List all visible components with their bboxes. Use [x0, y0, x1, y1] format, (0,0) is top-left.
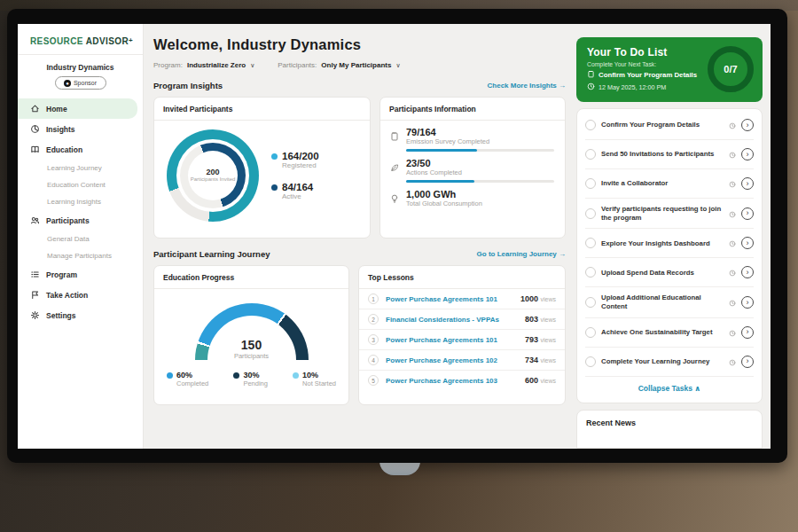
lesson-row: 3 Power Purchase Agreements 101 793 view…: [359, 330, 565, 350]
gauge-center: 150 Participants: [195, 338, 309, 360]
section-title: Program Insights: [153, 81, 223, 90]
todo-checkbox[interactable]: [585, 208, 596, 219]
todo-panel: Your To Do List Complete Your Next Task:…: [576, 24, 771, 449]
lesson-rank: 1: [368, 293, 379, 304]
todo-item-label: Invite a Collaborator: [601, 179, 724, 188]
sidebar-item-education[interactable]: Education: [18, 139, 143, 160]
task-icon: [587, 70, 595, 80]
todo-next-task: Confirm Your Program Details: [587, 70, 697, 80]
todo-open-button[interactable]: ›: [741, 326, 754, 339]
todo-open-button[interactable]: ›: [741, 266, 754, 278]
todo-checkbox[interactable]: [585, 356, 596, 367]
sidebar-item-education-content[interactable]: Education Content: [18, 176, 143, 193]
lesson-link[interactable]: Power Purchase Agreements 101: [386, 295, 513, 303]
legend-label: Active: [282, 192, 313, 200]
sponsor-badge-label: Sponsor: [74, 80, 97, 86]
home-icon: [30, 104, 40, 113]
education-progress-card: Education Progress 150 Participants 60%: [153, 265, 349, 405]
sidebar-item-take-action[interactable]: Take Action: [18, 285, 143, 305]
legend-registered: 164/200 Registered: [271, 151, 319, 169]
dashboard-screen: RESOURCE ADVISOR+ Industry Dynamics ● Sp…: [18, 24, 771, 449]
legend-completed: 60% Completed: [167, 371, 208, 387]
sidebar-item-learning-journey[interactable]: Learning Journey: [18, 160, 143, 176]
todo-open-button[interactable]: ›: [741, 177, 754, 190]
todo-checkbox[interactable]: [585, 267, 596, 278]
collapse-tasks-link[interactable]: Collapse Tasks ∧: [585, 377, 754, 401]
todo-checkbox[interactable]: [585, 149, 596, 160]
program-filter[interactable]: Program: Industrialize Zero ∨: [153, 61, 254, 69]
todo-item-label: Upload Spend Data Records: [601, 269, 724, 278]
todo-item: Confirm Your Program Details ›: [585, 111, 754, 140]
sidebar: RESOURCE ADVISOR+ Industry Dynamics ● Sp…: [18, 24, 144, 449]
todo-checkbox[interactable]: [585, 120, 596, 130]
survey-icon: [389, 129, 400, 140]
todo-open-button[interactable]: ›: [741, 237, 754, 249]
sidebar-item-insights[interactable]: Insights: [18, 119, 143, 139]
lesson-link[interactable]: Power Purchase Agreements 103: [386, 377, 518, 385]
program-insights-header: Program Insights Check More Insights →: [153, 81, 566, 90]
sidebar-item-general-data[interactable]: General Data: [18, 231, 143, 247]
recent-news-card: Recent News: [576, 410, 763, 449]
clock-icon: [729, 354, 736, 370]
clock-icon: [729, 235, 736, 251]
lesson-views: 793: [525, 335, 538, 344]
sidebar-item-label: Education: [46, 145, 82, 154]
program-filter-label: Program:: [153, 61, 183, 69]
todo-checkbox[interactable]: [585, 327, 596, 338]
insights-icon: [30, 124, 40, 134]
stats-list: 79/164 Emission Survey Completed 23/50 A…: [380, 121, 565, 211]
participants-information-card: Participants Information 79/164 Emission…: [379, 97, 566, 239]
lesson-link[interactable]: Power Purchase Agreements 102: [386, 356, 518, 364]
legend-dot: [271, 153, 278, 160]
stat-label: Total Global Consumption: [406, 200, 554, 207]
go-to-learning-journey-link[interactable]: Go to Learning Journey →: [477, 250, 566, 258]
sidebar-item-settings[interactable]: Settings: [18, 305, 143, 325]
donut-center-value: 200: [206, 168, 219, 176]
sidebar-item-manage-participants[interactable]: Manage Participants: [18, 247, 143, 264]
todo-item: Upload Spend Data Records ›: [585, 258, 754, 287]
legend-label: Pending: [243, 379, 268, 387]
todo-checkbox[interactable]: [585, 238, 596, 248]
active-ring: 200 Participants Invited: [180, 143, 246, 208]
participants-icon: [30, 215, 40, 225]
org-name: Industry Dynamics: [18, 55, 143, 72]
todo-checkbox[interactable]: [585, 297, 596, 308]
todo-open-button[interactable]: ›: [741, 296, 754, 309]
lesson-rank: 5: [368, 375, 379, 386]
sidebar-item-program[interactable]: Program: [18, 264, 143, 285]
chevron-down-icon: ∨: [250, 62, 254, 69]
todo-open-button[interactable]: ›: [741, 148, 754, 160]
todo-open-button[interactable]: ›: [741, 356, 754, 368]
invited-participants-card: Invited Participants 200 Participants In…: [153, 97, 371, 239]
clock-icon: [729, 294, 736, 310]
sidebar-item-participants[interactable]: Participants: [18, 210, 143, 231]
todo-item: Send 50 Invitations to Participants ›: [585, 140, 754, 169]
lesson-link[interactable]: Financial Considerations - VPPAs: [386, 316, 518, 324]
gauge-center-label: Participants: [195, 352, 309, 360]
todo-hero-card: Your To Do List Complete Your Next Task:…: [576, 37, 763, 102]
card-title: Participants Information: [380, 98, 565, 121]
todo-item: Upload Additional Educational Content ›: [585, 287, 754, 317]
check-more-insights-link[interactable]: Check More Insights →: [488, 82, 566, 90]
actions-icon: [389, 160, 400, 171]
section-title: Participant Learning Journey: [153, 249, 270, 259]
legend-active: 84/164 Active: [271, 182, 319, 200]
progress-bar: [406, 180, 554, 183]
gauge-legend: 60% Completed 30% Pending: [154, 360, 348, 387]
gauge-chart: 150 Participants: [195, 303, 309, 360]
legend-label: Completed: [176, 379, 208, 387]
todo-open-button[interactable]: ›: [741, 207, 754, 220]
sidebar-item-home[interactable]: Home: [18, 98, 137, 119]
sidebar-item-learning-insights[interactable]: Learning Insights: [18, 193, 143, 210]
settings-icon: [30, 310, 40, 320]
main-content: Welcome, Industry Dynamics Program: Indu…: [144, 24, 576, 449]
todo-checkbox[interactable]: [585, 178, 596, 189]
participants-filter[interactable]: Participants: Only My Participants ∨: [278, 61, 400, 69]
legend-pending: 30% Pending: [233, 371, 268, 387]
sidebar-item-label: Home: [46, 105, 67, 113]
card-title: Education Progress: [154, 266, 348, 289]
lesson-link[interactable]: Power Purchase Agreements 101: [386, 336, 518, 344]
todo-open-button[interactable]: ›: [741, 119, 754, 131]
todo-progress-ring: 0/7: [708, 46, 754, 92]
sponsor-badge-icon: ●: [64, 80, 71, 87]
